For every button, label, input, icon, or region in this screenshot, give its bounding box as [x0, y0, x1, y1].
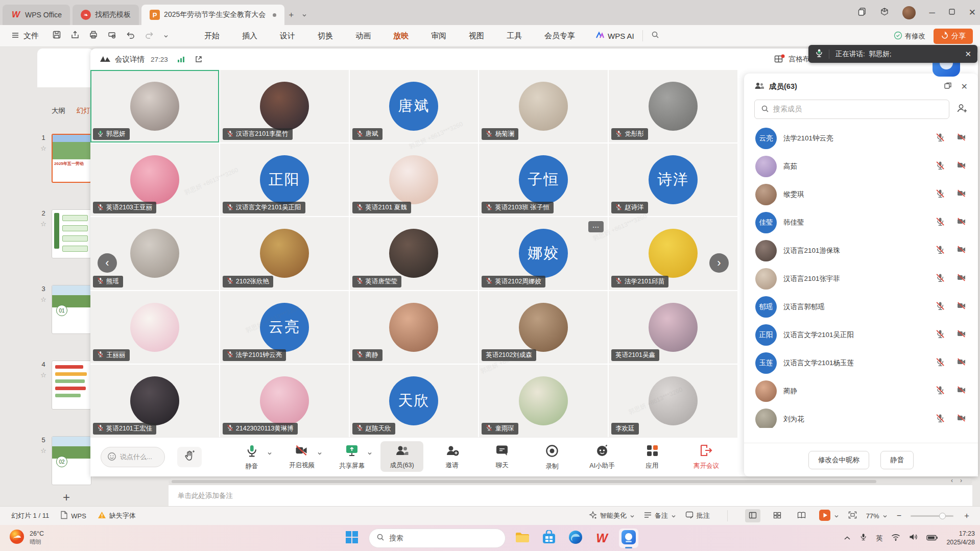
- ribbon-tab[interactable]: 切换: [318, 31, 333, 41]
- speaker-icon[interactable]: [909, 533, 918, 543]
- member-camera-muted-icon[interactable]: [957, 329, 967, 340]
- ribbon-search-icon[interactable]: [651, 31, 659, 41]
- zoom-in-button[interactable]: ＋: [963, 511, 971, 521]
- slide-thumbnail[interactable]: [52, 209, 91, 258]
- add-slide-button[interactable]: +: [63, 490, 70, 505]
- toolbar-ai-button[interactable]: AI小助手: [581, 441, 624, 472]
- horizontal-scrollbar[interactable]: ‹ ›: [169, 478, 972, 485]
- slide-thumbnail[interactable]: 2025年五一劳动: [52, 134, 91, 183]
- tab-presentation[interactable]: P 2025年劳动节学生安全教育大会: [141, 5, 284, 25]
- tab-list-dropdown[interactable]: [298, 8, 311, 21]
- member-row[interactable]: 汉语言2101张宇菲: [744, 265, 978, 293]
- wifi-icon[interactable]: [891, 534, 900, 543]
- toolbar-cam-off-button[interactable]: 开启视频: [280, 441, 323, 472]
- ribbon-tab[interactable]: 视图: [469, 31, 484, 41]
- member-row[interactable]: 汉语言2101游保珠: [744, 236, 978, 265]
- ribbon-tab[interactable]: 开始: [204, 31, 220, 41]
- participant-tile[interactable]: 云亮法学2101钟云亮: [220, 291, 349, 364]
- rename-button[interactable]: 修改会中昵称: [808, 451, 869, 469]
- redo-button[interactable]: [145, 31, 154, 41]
- tab-docer[interactable]: ❧ 找稻壳模板: [73, 5, 139, 25]
- scroll-left-arrow[interactable]: ‹: [951, 477, 953, 484]
- save-button[interactable]: [52, 30, 61, 41]
- close-panel-icon[interactable]: ✕: [961, 82, 968, 91]
- weather-widget[interactable]: 26°C晴朗: [8, 528, 44, 547]
- member-row[interactable]: 高茹: [744, 152, 978, 180]
- new-tab-button[interactable]: ＋: [284, 8, 298, 21]
- ms-store-button[interactable]: [539, 529, 559, 548]
- wps-ai-button[interactable]: WPS AI: [595, 31, 634, 41]
- add-member-icon[interactable]: [957, 103, 968, 115]
- caret-down-icon[interactable]: [367, 448, 372, 458]
- edge-button[interactable]: [566, 529, 585, 548]
- participant-tile[interactable]: 英语2102刘成森: [479, 291, 608, 364]
- slideshow-play-button[interactable]: [819, 509, 839, 523]
- toolbar-members-button[interactable]: 成员(63): [380, 441, 423, 472]
- participant-tile[interactable]: 唐斌唐斌: [350, 70, 479, 142]
- print-button[interactable]: [89, 30, 98, 41]
- raise-hand-button[interactable]: [177, 447, 202, 467]
- tab-outline[interactable]: 大纲: [52, 107, 65, 114]
- ribbon-tab[interactable]: 审阅: [431, 31, 446, 41]
- participant-tile[interactable]: 汉语言2101李星竹: [220, 70, 349, 142]
- ribbon-tab[interactable]: 会员专享: [544, 31, 575, 41]
- member-search-input[interactable]: 搜索成员: [754, 100, 949, 119]
- member-mic-muted-icon[interactable]: [936, 301, 945, 313]
- member-row[interactable]: 缑雯琪: [744, 180, 978, 208]
- favorite-star-icon[interactable]: ☆: [39, 447, 47, 454]
- ribbon-tab[interactable]: 设计: [280, 31, 295, 41]
- ribbon-tab[interactable]: 插入: [242, 31, 257, 41]
- fit-screen-icon[interactable]: [848, 511, 857, 520]
- member-camera-muted-icon[interactable]: [957, 357, 967, 368]
- ribbon-tab[interactable]: 动画: [355, 31, 371, 41]
- toolbar-record-button[interactable]: 录制: [531, 441, 573, 473]
- print-preview-button[interactable]: [107, 30, 116, 41]
- multi-window-icon[interactable]: [857, 7, 867, 18]
- slide-thumbnail[interactable]: [52, 361, 91, 410]
- participant-tile[interactable]: 杨菊澜: [479, 70, 608, 142]
- popout-panel-icon[interactable]: [944, 82, 952, 91]
- toolbar-mic-on-button[interactable]: 静音: [230, 441, 273, 473]
- normal-view-button[interactable]: [745, 509, 760, 522]
- quick-access-dropdown[interactable]: [163, 31, 169, 40]
- member-camera-muted-icon[interactable]: [957, 301, 967, 312]
- participant-tile[interactable]: 英语2101 夏魏: [350, 143, 479, 216]
- notes-toggle-button[interactable]: 备注: [644, 511, 676, 520]
- slide-sorter-view-button[interactable]: [770, 509, 785, 522]
- member-mic-muted-icon[interactable]: [936, 329, 945, 341]
- tray-mic-icon[interactable]: [859, 533, 867, 543]
- participant-tile[interactable]: 英语唐莹莹: [350, 217, 479, 290]
- minimize-button[interactable]: ─: [929, 8, 935, 17]
- member-row[interactable]: 郁瑶汉语言郭郁瑶: [744, 293, 978, 321]
- file-menu-button[interactable]: 文件: [11, 31, 39, 41]
- grid-layout-button[interactable]: 宫格布: [774, 49, 810, 70]
- member-camera-muted-icon[interactable]: [957, 133, 967, 143]
- reading-view-button[interactable]: [794, 509, 809, 522]
- wps-status[interactable]: WPS: [60, 511, 86, 521]
- meeting-title[interactable]: 会议详情: [115, 55, 145, 64]
- ribbon-tab[interactable]: 放映: [393, 31, 409, 41]
- member-mic-muted-icon[interactable]: [936, 357, 945, 369]
- member-camera-muted-icon[interactable]: [957, 273, 967, 284]
- participant-tile[interactable]: 娜姣英语2102周娜姣⋯: [479, 217, 608, 290]
- participant-tile[interactable]: 21423020113黄琳博: [220, 365, 349, 437]
- participant-tile[interactable]: 英语2101王宏佳: [90, 365, 219, 437]
- modified-status[interactable]: 有修改: [894, 31, 926, 41]
- member-row[interactable]: 蔺静: [744, 377, 978, 405]
- tab-wps-home[interactable]: W WPS Office: [3, 5, 70, 25]
- member-camera-muted-icon[interactable]: [957, 161, 967, 172]
- participant-tile[interactable]: 正阳汉语言文学2101吴正阳: [220, 143, 349, 216]
- member-camera-muted-icon[interactable]: [957, 414, 967, 424]
- toolbar-chat-button[interactable]: 聊天: [481, 441, 523, 472]
- workspace-icon[interactable]: [880, 7, 889, 18]
- battery-icon[interactable]: [926, 534, 938, 543]
- leave-meeting-button[interactable]: 离开会议: [694, 444, 719, 470]
- toolbar-apps-button[interactable]: 应用: [631, 441, 674, 472]
- participant-tile[interactable]: 2102张欣艳: [220, 217, 349, 290]
- account-avatar[interactable]: [902, 6, 916, 19]
- open-in-window-icon[interactable]: [195, 55, 203, 63]
- toolbar-invite-button[interactable]: 邀请: [431, 441, 473, 472]
- participant-tile[interactable]: 蔺静: [350, 291, 479, 364]
- zoom-slider[interactable]: [911, 515, 953, 517]
- grid-next-page-button[interactable]: ›: [709, 253, 729, 273]
